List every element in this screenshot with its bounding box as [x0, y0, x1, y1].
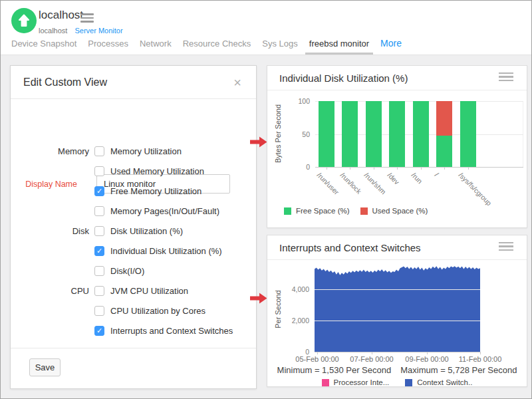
checkbox-cpu-utilization-by-cores[interactable]: [94, 306, 104, 316]
modal-title: Edit Custom View: [23, 76, 107, 88]
tab-freebsd-monitor[interactable]: freebsd monitor: [309, 39, 369, 49]
legend-swatch: [284, 207, 291, 215]
minmax-row: Minimum = 1,530 Per Second Maximum = 5,7…: [267, 365, 527, 375]
checkbox-label-cpu-utilization-by-cores[interactable]: CPU Utilization by Cores: [110, 306, 205, 316]
legend-label: Used Space (%): [372, 207, 428, 215]
checkbox-label-disk-i-o[interactable]: Disk(I/O): [110, 266, 144, 276]
checkbox-free-memory-utilization[interactable]: ✓: [94, 186, 104, 196]
checkbox-memory-pages-in-out-fault[interactable]: [94, 206, 104, 216]
context-switches-area: [315, 266, 480, 352]
disk-xtick-run: /run: [410, 171, 424, 185]
checkbox-label-used-memory-utilization[interactable]: Used Memory Utilization: [110, 166, 204, 176]
close-icon[interactable]: ×: [233, 76, 241, 89]
chart-menu-icon[interactable]: [499, 72, 513, 84]
group-label-disk: Disk: [11, 226, 94, 236]
legend-item-processor-inte[interactable]: Processor Inte...: [322, 378, 390, 386]
minimum-value: Minimum = 1,530 Per Second: [277, 365, 392, 375]
interrupts-xtick-1: 07-Feb 00:00: [344, 355, 400, 363]
interrupts-xtick-3: 11-Feb 00:00: [452, 355, 508, 363]
monitor-status-icon: [11, 8, 37, 33]
disk-xtick-root: /: [434, 171, 441, 178]
main-nav: Device SnapshotProcessesNetworkResource …: [11, 38, 402, 49]
red-arrow-to-interrupts-chart: [250, 293, 267, 304]
interrupts-card: Interrupts and Context Switches Per Seco…: [267, 235, 527, 387]
legend-label: Free Space (%): [296, 207, 350, 215]
tab-resource-checks[interactable]: Resource Checks: [183, 39, 251, 49]
checkbox-individual-disk-utilization[interactable]: ✓: [94, 246, 104, 256]
chart-menu-icon[interactable]: [499, 242, 513, 253]
bar-free-sys-fs-cgroup: [460, 101, 476, 167]
tab-sys-logs[interactable]: Sys Logs: [262, 39, 297, 49]
group-label-memory: Memory: [11, 146, 94, 156]
modal-header: Edit Custom View ×: [11, 66, 256, 99]
checkbox-used-memory-utilization[interactable]: [94, 166, 104, 176]
legend-item-free-space[interactable]: Free Space (%): [284, 207, 350, 215]
metric-row: CPU Utilization by Cores: [11, 301, 256, 321]
page-title: localhost: [39, 9, 83, 22]
maximum-value: Maximum = 5,728 Per Second: [400, 365, 517, 375]
bar-free-: [436, 136, 452, 167]
checkbox-label-jvm-cpu-utilization[interactable]: JVM CPU Utilization: [110, 286, 188, 296]
checkbox-memory-utilization[interactable]: [94, 146, 104, 156]
checkbox-label-memory-pages-in-out-fault[interactable]: Memory Pages(In/Out/Fault): [110, 206, 219, 216]
save-button[interactable]: Save: [29, 358, 61, 376]
disk-bar-plot: [315, 101, 523, 168]
disk-ytick: 50: [279, 130, 310, 138]
disk-chart-legend: Free Space (%)Used Space (%): [284, 207, 428, 215]
tab-processes[interactable]: Processes: [88, 39, 128, 49]
checkbox-interrupts-and-context-switches[interactable]: ✓: [94, 326, 104, 336]
edit-custom-view-modal: Edit Custom View × Display Name MemoryMe…: [10, 65, 257, 389]
checkbox-label-memory-utilization[interactable]: Memory Utilization: [110, 146, 182, 156]
legend-item-used-space[interactable]: Used Space (%): [360, 207, 428, 215]
disk-utilization-card: Individual Disk Utilization (%) Bytes Pe…: [267, 65, 527, 228]
metric-row: Used Memory Utilization: [11, 161, 256, 181]
disk-xtick-dev: /dev: [386, 171, 402, 186]
checkbox-label-individual-disk-utilization[interactable]: Individual Disk Utilization (%): [110, 246, 222, 256]
hamburger-menu-icon[interactable]: [80, 13, 94, 25]
checkbox-disk-utilization[interactable]: [94, 226, 104, 236]
tab-more[interactable]: More: [380, 38, 402, 49]
interrupts-ytick: 4,000: [279, 285, 309, 293]
disk-xtick-run-user: /run/user: [316, 171, 341, 196]
metric-row: CPUJVM CPU Utilization: [11, 281, 256, 301]
bar-free-run-shm: [366, 101, 382, 167]
breadcrumb-host: localhost: [39, 27, 67, 35]
bar-free-run-user: [319, 101, 334, 167]
disk-xtick-run-lock: /run/lock: [339, 171, 364, 196]
bar-free-dev: [389, 101, 405, 167]
metric-row: ✓Interrupts and Context Switches: [11, 321, 256, 340]
checkbox-disk-i-o[interactable]: [94, 266, 104, 276]
tab-device-snapshot[interactable]: Device Snapshot: [11, 39, 76, 49]
disk-chart-title: Individual Disk Utilization (%): [279, 72, 408, 84]
interrupts-xtick-0: 05-Feb 00:00: [289, 355, 345, 363]
legend-item-context-switch[interactable]: Context Switch..: [405, 378, 472, 386]
checkbox-label-free-memory-utilization[interactable]: Free Memory Utilization: [110, 186, 201, 196]
interrupts-xtick-2: 09-Feb 00:00: [399, 355, 455, 363]
tab-network[interactable]: Network: [140, 39, 172, 49]
header: localhost localhostServer Monitor Device…: [1, 1, 531, 55]
checkbox-label-interrupts-and-context-switches[interactable]: Interrupts and Context Switches: [110, 326, 233, 336]
interrupts-card-header: Interrupts and Context Switches: [267, 235, 527, 260]
metric-row: Memory Pages(In/Out/Fault): [11, 201, 256, 221]
bar-free-run: [413, 101, 429, 167]
breadcrumb-server-monitor-link[interactable]: Server Monitor: [74, 27, 122, 35]
group-label-cpu: CPU: [11, 286, 94, 296]
legend-swatch: [405, 379, 412, 386]
up-arrow-icon: [11, 8, 37, 33]
legend-label: Context Switch..: [417, 378, 472, 386]
metric-row: DiskDisk Utilization (%): [11, 221, 256, 241]
legend-swatch: [360, 207, 368, 215]
checkbox-jvm-cpu-utilization[interactable]: [94, 286, 104, 296]
metric-list: MemoryMemory UtilizationUsed Memory Util…: [11, 141, 256, 340]
interrupts-ytick: 2,000: [279, 317, 309, 325]
disk-ytick: 100: [279, 97, 310, 105]
metric-row: ✓Individual Disk Utilization (%): [11, 241, 256, 261]
modal-footer: Save: [11, 348, 256, 388]
disk-ytick: 0: [279, 163, 310, 171]
checkbox-label-disk-utilization[interactable]: Disk Utilization (%): [110, 226, 183, 236]
app-window: localhost localhostServer Monitor Device…: [0, 0, 532, 399]
disk-xtick-run-shm: /run/shm: [362, 171, 387, 196]
metric-row: ✓Free Memory Utilization: [11, 181, 256, 201]
bar-free-run-lock: [342, 101, 358, 167]
breadcrumb: localhostServer Monitor: [39, 27, 123, 35]
